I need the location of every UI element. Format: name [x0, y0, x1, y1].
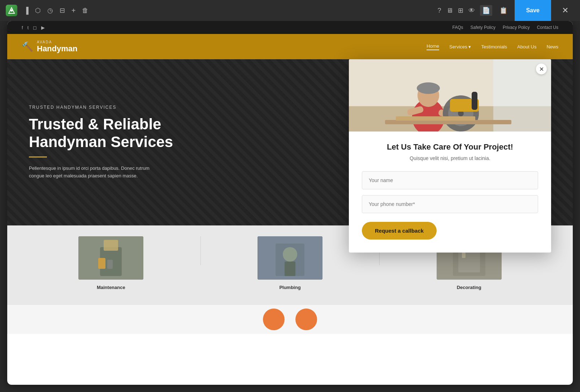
panel-icon[interactable]: ▐ [24, 7, 29, 14]
controls-icon[interactable]: ⊟ [60, 7, 65, 14]
visibility-icon[interactable]: 👁 [468, 7, 475, 14]
help-icon[interactable]: ? [438, 7, 441, 14]
responsive-icon[interactable]: ⊞ [458, 7, 463, 14]
svg-rect-28 [472, 92, 477, 110]
add-icon[interactable]: + [72, 7, 76, 15]
modal-close-button[interactable]: ✕ [536, 64, 547, 74]
modal-image: ✕ [349, 59, 551, 132]
modal-title: Let Us Take Care Of Your Project! [362, 142, 538, 152]
modal-overlay: ✕ Let Us Take Care Of Your Project! Quis… [7, 21, 573, 385]
toolbar-left: ▐ ⬡ ◷ ⊟ + 🗑 [6, 5, 438, 16]
modal-body: Let Us Take Care Of Your Project! Quisqu… [349, 132, 551, 253]
template-icon[interactable]: 📋 [497, 5, 510, 16]
toolbar: ▐ ⬡ ◷ ⊟ + 🗑 ? 🖥 ⊞ 👁 📄 📋 Save ✕ [0, 0, 580, 21]
svg-point-1 [10, 9, 13, 12]
delete-icon[interactable]: 🗑 [82, 7, 88, 14]
save-draft-icon[interactable]: 📄 [480, 5, 492, 16]
name-input[interactable] [362, 171, 538, 189]
phone-input[interactable] [362, 195, 538, 213]
close-toolbar-button[interactable]: ✕ [556, 0, 574, 21]
preview-icon[interactable]: 🖥 [446, 7, 453, 14]
website-preview: f t ◻ ▶ FAQs Safety Policy Privacy Polic… [7, 21, 573, 385]
layers-icon[interactable]: ⬡ [35, 7, 41, 14]
history-icon[interactable]: ◷ [47, 7, 53, 14]
toolbar-right: ? 🖥 ⊞ 👁 📄 📋 Save ✕ [438, 0, 574, 21]
callback-button[interactable]: Request a callback [362, 222, 437, 240]
modal-subtitle: Quisque velit nisi, pretium ut lacinia. [362, 155, 538, 161]
browser-frame: f t ◻ ▶ FAQs Safety Policy Privacy Polic… [7, 21, 573, 385]
save-button[interactable]: Save [515, 0, 551, 21]
popup-modal: ✕ Let Us Take Care Of Your Project! Quis… [349, 59, 551, 253]
svg-point-21 [417, 82, 440, 94]
app-logo[interactable] [6, 5, 17, 16]
svg-rect-30 [396, 116, 475, 121]
